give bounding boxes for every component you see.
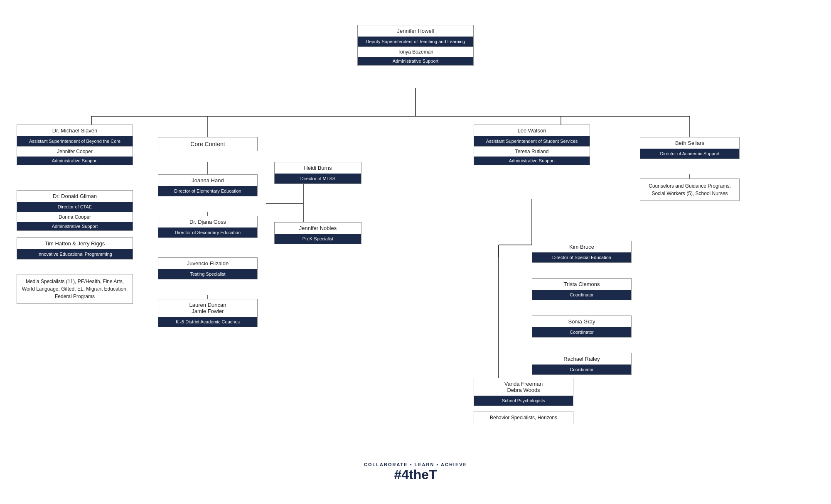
core-content-label: Core Content	[158, 137, 258, 151]
card-heidi-burns: Heidi Burns Director of MTSS	[274, 162, 361, 184]
card-juvencio: Juvencio Elizalde Testing Specialist	[158, 257, 258, 279]
sonia-title: Coordinator	[532, 327, 631, 337]
node-djana-goss: Dr. Djana Goss Director of Secondary Edu…	[158, 216, 258, 238]
card-beth-sellars: Beth Sellars Director of Academic Suppor…	[640, 137, 740, 159]
node-misc-slaven: Media Specialists (11), PE/Health, Fine …	[17, 274, 133, 304]
node-behavior-specialists: Behavior Specialists, Horizons	[474, 411, 573, 424]
card-lee-watson: Lee Watson Assistant Superintendent of S…	[474, 125, 590, 165]
juvencio-name: Juvencio Elizalde	[158, 258, 257, 269]
rachael-name: Rachael Railey	[532, 353, 631, 365]
gilman-title: Director of CTAE	[17, 202, 133, 212]
lauren-name: Lauren Duncan Jamie Fowler	[158, 299, 257, 317]
slaven-title: Assistant Superintendent of Beyond the C…	[17, 136, 133, 146]
node-donald-gilman: Dr. Donald Gilman Director of CTAE Donna…	[17, 190, 133, 231]
card-joanna-hand: Joanna Hand Director of Elementary Educa…	[158, 174, 258, 196]
node-beth-sellars: Beth Sellars Director of Academic Suppor…	[640, 137, 740, 159]
trista-title: Coordinator	[532, 290, 631, 300]
node-kim-bruce: Kim Bruce Director of Special Education	[532, 241, 632, 263]
howell-title: Deputy Superintendent of Teaching and Le…	[358, 37, 473, 46]
card-jennifer-nobles: Jennifer Nobles PreK Specialist	[274, 222, 361, 244]
footer-hashtag: #4theT	[364, 467, 467, 482]
node-jennifer-howell: Jennifer Howell Deputy Superintendent of…	[357, 25, 474, 66]
node-counselors: Counselors and Guidance Programs, Social…	[640, 179, 740, 201]
watson-name: Lee Watson	[474, 125, 590, 136]
joanna-title: Director of Elementary Education	[158, 186, 257, 196]
node-rachael-railey: Rachael Railey Coordinator	[532, 353, 632, 375]
gilman-admin-name: Donna Cooper	[17, 212, 133, 222]
gilman-admin-title: Administrative Support	[17, 222, 133, 230]
card-tim-hatton: Tim Hatton & Jerry Riggs Innovative Educ…	[17, 237, 133, 259]
card-michael-slaven: Dr. Michael Slaven Assistant Superintend…	[17, 125, 133, 165]
beth-name: Beth Sellars	[640, 137, 739, 149]
node-lauren-duncan: Lauren Duncan Jamie Fowler K -5 District…	[158, 299, 258, 327]
vanda-name: Vanda Freeman Debra Woods	[474, 378, 573, 396]
node-michael-slaven: Dr. Michael Slaven Assistant Superintend…	[17, 125, 133, 165]
watson-admin-name: Teresa Rutland	[474, 146, 590, 157]
node-heidi-burns: Heidi Burns Director of MTSS	[274, 162, 361, 184]
card-vanda-freeman: Vanda Freeman Debra Woods School Psychol…	[474, 378, 573, 406]
node-juvencio: Juvencio Elizalde Testing Specialist	[158, 257, 258, 279]
node-core-content: Core Content	[158, 137, 258, 151]
heidi-title: Director of MTSS	[275, 174, 361, 183]
nobles-name: Jennifer Nobles	[275, 223, 361, 234]
heidi-name: Heidi Burns	[275, 162, 361, 174]
beth-title: Director of Academic Support	[640, 149, 739, 159]
node-vanda-freeman: Vanda Freeman Debra Woods School Psychol…	[474, 378, 573, 406]
vanda-title: School Psychologists	[474, 396, 573, 406]
watson-admin-title: Administrative Support	[474, 157, 590, 165]
howell-admin-name: Tonya Bozeman	[358, 46, 473, 57]
card-kim-bruce: Kim Bruce Director of Special Education	[532, 241, 632, 263]
gilman-name: Dr. Donald Gilman	[17, 191, 133, 202]
card-djana-goss: Dr. Djana Goss Director of Secondary Edu…	[158, 216, 258, 238]
card-sonia-gray: Sonia Gray Coordinator	[532, 316, 632, 338]
node-trista-clemons: Trista Clemons Coordinator	[532, 278, 632, 300]
org-chart: Jennifer Howell Deputy Superintendent of…	[0, 0, 831, 490]
djana-title: Director of Secondary Education	[158, 228, 257, 237]
node-jennifer-nobles: Jennifer Nobles PreK Specialist	[274, 222, 361, 244]
behavior-text: Behavior Specialists, Horizons	[474, 411, 573, 424]
card-trista-clemons: Trista Clemons Coordinator	[532, 278, 632, 300]
counselors-text: Counselors and Guidance Programs, Social…	[640, 179, 740, 201]
slaven-admin-name: Jennifer Cooper	[17, 146, 133, 157]
card-rachael-railey: Rachael Railey Coordinator	[532, 353, 632, 375]
node-sonia-gray: Sonia Gray Coordinator	[532, 316, 632, 338]
watson-title: Assistant Superintendent of Student Serv…	[474, 136, 590, 146]
hatton-name: Tim Hatton & Jerry Riggs	[17, 238, 133, 249]
slaven-name: Dr. Michael Slaven	[17, 125, 133, 136]
rachael-title: Coordinator	[532, 365, 631, 374]
card-donald-gilman: Dr. Donald Gilman Director of CTAE Donna…	[17, 190, 133, 231]
hatton-title: Innovative Educational Programming	[17, 249, 133, 259]
node-tim-hatton: Tim Hatton & Jerry Riggs Innovative Educ…	[17, 237, 133, 259]
howell-admin-title: Administrative Support	[358, 57, 473, 65]
node-joanna-hand: Joanna Hand Director of Elementary Educa…	[158, 174, 258, 196]
slaven-admin-title: Administrative Support	[17, 157, 133, 165]
misc-slaven-text: Media Specialists (11), PE/Health, Fine …	[17, 274, 133, 304]
trista-name: Trista Clemons	[532, 279, 631, 290]
card-lauren-duncan: Lauren Duncan Jamie Fowler K -5 District…	[158, 299, 258, 327]
djana-name: Dr. Djana Goss	[158, 216, 257, 228]
footer-tagline: COLLABORATE • LEARN • ACHIEVE	[364, 462, 467, 467]
nobles-title: PreK Specialist	[275, 234, 361, 244]
howell-name: Jennifer Howell	[358, 25, 473, 37]
footer: COLLABORATE • LEARN • ACHIEVE #4theT	[364, 462, 467, 482]
lauren-title: K -5 District Academic Coaches	[158, 317, 257, 327]
node-lee-watson: Lee Watson Assistant Superintendent of S…	[474, 125, 590, 165]
juvencio-title: Testing Specialist	[158, 269, 257, 279]
kim-title: Director of Special Education	[532, 252, 631, 262]
card-jennifer-howell: Jennifer Howell Deputy Superintendent of…	[357, 25, 474, 66]
sonia-name: Sonia Gray	[532, 316, 631, 327]
kim-name: Kim Bruce	[532, 241, 631, 252]
joanna-name: Joanna Hand	[158, 175, 257, 186]
